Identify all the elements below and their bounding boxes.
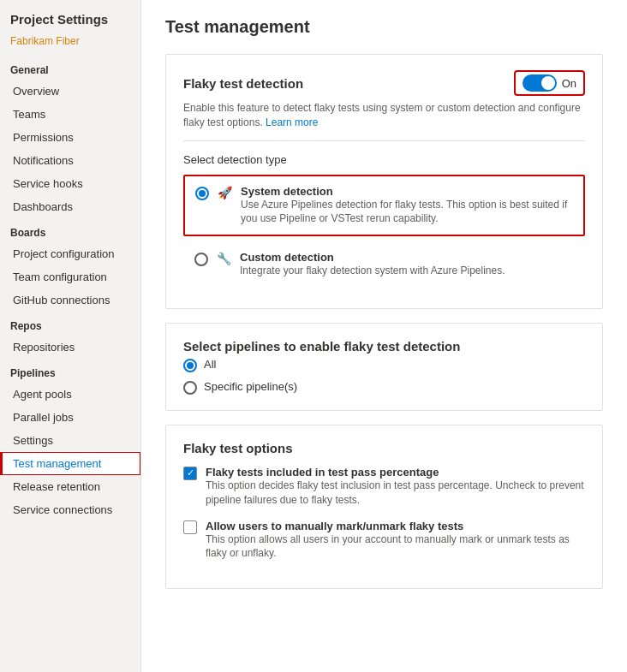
flaky-toggle[interactable] [522, 74, 557, 92]
sidebar-item-github-connections[interactable]: GitHub connections [0, 288, 140, 312]
sidebar-item-team-configuration[interactable]: Team configuration [0, 265, 140, 288]
sidebar-item-release-retention[interactable]: Release retention [0, 475, 140, 498]
pipelines-card-title: Select pipelines to enable flaky test de… [183, 339, 460, 354]
checkbox-manual-mark-desc: This option allows all users in your acc… [206, 532, 585, 562]
sidebar-item-agent-pools[interactable]: Agent pools [0, 383, 140, 406]
general-section-header: General [0, 56, 140, 80]
checkbox-manual-mark[interactable]: Allow users to manually mark/unmark flak… [183, 520, 585, 562]
system-detection-option[interactable]: 🚀 System detection Use Azure Pipelines d… [183, 175, 585, 237]
sidebar-item-test-management[interactable]: Test management [0, 452, 140, 475]
flaky-detection-card: Flaky test detection On Enable this feat… [165, 54, 603, 309]
custom-detection-desc: Integrate your flaky detection system wi… [240, 264, 505, 278]
toggle-thumb [541, 76, 555, 90]
sidebar-item-settings[interactable]: Settings [0, 429, 140, 452]
pipeline-options: All Specific pipeline(s) [183, 357, 585, 395]
sidebar: Project Settings Fabrikam Fiber General … [0, 0, 141, 672]
checkbox-include-pass-title: Flaky tests included in test pass percen… [206, 466, 585, 479]
pipeline-specific-label: Specific pipeline(s) [204, 380, 297, 393]
sidebar-item-teams[interactable]: Teams [0, 103, 140, 126]
sidebar-item-overview[interactable]: Overview [0, 80, 140, 103]
sidebar-item-repositories[interactable]: Repositories [0, 336, 140, 359]
flaky-options-card: Flaky test options ✓ Flaky tests include… [165, 425, 603, 589]
repos-section-header: Repos [0, 312, 140, 336]
flaky-detection-description: Enable this feature to detect flaky test… [183, 101, 585, 130]
toggle-label: On [562, 77, 576, 90]
checkbox-manual-mark-box[interactable] [183, 520, 197, 534]
checkbox-include-pass[interactable]: ✓ Flaky tests included in test pass perc… [183, 466, 585, 508]
sidebar-title: Project Settings [0, 0, 140, 35]
system-detection-desc: Use Azure Pipelines detection for flaky … [241, 198, 573, 227]
sidebar-item-service-hooks[interactable]: Service hooks [0, 172, 140, 195]
checkmark-icon: ✓ [187, 468, 194, 478]
sidebar-item-parallel-jobs[interactable]: Parallel jobs [0, 406, 140, 429]
flaky-detection-title: Flaky test detection [183, 76, 303, 91]
sidebar-item-permissions[interactable]: Permissions [0, 126, 140, 149]
page-title: Test management [165, 17, 603, 37]
pipeline-specific-option[interactable]: Specific pipeline(s) [183, 379, 585, 395]
flaky-toggle-container[interactable]: On [514, 70, 585, 96]
flaky-detection-header-row: Flaky test detection On [183, 70, 585, 96]
learn-more-link[interactable]: Learn more [266, 116, 318, 128]
pipelines-section-header: Pipelines [0, 359, 140, 383]
pipelines-card: Select pipelines to enable flaky test de… [165, 323, 603, 411]
sidebar-item-dashboards[interactable]: Dashboards [0, 195, 140, 218]
sidebar-item-service-connections[interactable]: Service connections [0, 498, 140, 521]
system-detection-radio[interactable] [195, 187, 209, 200]
custom-detection-title: Custom detection [240, 251, 505, 264]
custom-detection-icon: 🔧 [217, 252, 231, 265]
pipeline-all-radio[interactable] [183, 359, 197, 372]
sidebar-brand[interactable]: Fabrikam Fiber [0, 35, 140, 56]
flaky-options-title: Flaky test options [183, 441, 293, 455]
pipeline-all-label: All [204, 358, 216, 371]
detection-type-label: Select detection type [183, 153, 585, 166]
sidebar-item-notifications[interactable]: Notifications [0, 149, 140, 172]
boards-section-header: Boards [0, 218, 140, 242]
pipeline-all-option[interactable]: All [183, 357, 585, 372]
checkbox-include-pass-box[interactable]: ✓ [183, 467, 197, 480]
system-detection-icon: 🚀 [218, 186, 232, 199]
sidebar-item-project-configuration[interactable]: Project configuration [0, 242, 140, 265]
custom-detection-option[interactable]: 🔧 Custom detection Integrate your flaky … [183, 241, 585, 288]
checkbox-manual-mark-title: Allow users to manually mark/unmark flak… [206, 520, 585, 532]
checkbox-include-pass-desc: This option decides flaky test inclusion… [206, 479, 585, 508]
main-content: Test management Flaky test detection On … [141, 0, 627, 672]
custom-detection-radio[interactable] [194, 253, 208, 266]
system-detection-title: System detection [241, 185, 573, 198]
pipeline-specific-radio[interactable] [183, 381, 197, 395]
